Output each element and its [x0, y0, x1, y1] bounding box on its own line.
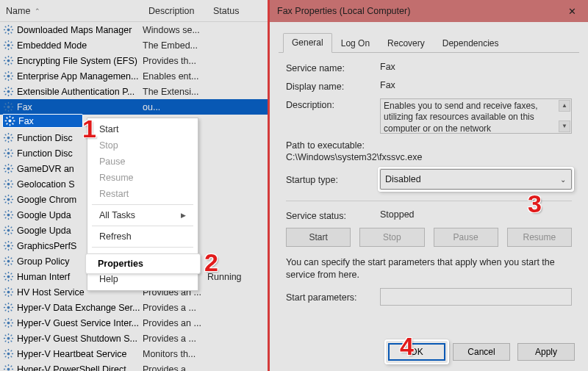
startup-type-value: Disabled [385, 174, 421, 184]
svg-line-160 [11, 289, 12, 290]
svg-line-52 [11, 104, 12, 105]
column-header-description[interactable]: Description [143, 1, 207, 21]
svg-point-189 [7, 353, 10, 356]
svg-line-215 [7, 123, 8, 125]
service-desc: ou... [143, 102, 207, 112]
svg-line-80 [5, 156, 7, 157]
service-row[interactable]: Downloaded Maps ManagerWindows se... [0, 22, 268, 37]
svg-line-185 [5, 335, 7, 336]
ctx-start[interactable]: Start [87, 121, 198, 137]
gear-icon [3, 55, 14, 66]
gear-icon [3, 287, 14, 298]
service-name: Encrypting File System (EFS) [17, 56, 137, 66]
selected-service-highlight[interactable]: Fax [2, 114, 83, 128]
svg-line-41 [5, 88, 7, 90]
svg-line-176 [5, 320, 7, 321]
service-desc: The Embed... [143, 40, 207, 51]
svg-point-81 [7, 168, 10, 170]
svg-line-106 [11, 196, 12, 198]
tab-dependencies[interactable]: Dependencies [434, 34, 508, 53]
service-name: GraphicsPerfS [17, 241, 76, 251]
svg-line-78 [11, 156, 12, 157]
tab-logon[interactable]: Log On [332, 34, 379, 53]
gear-icon [3, 209, 14, 220]
value-service-status: Stopped [380, 209, 572, 220]
close-button[interactable]: ✕ [556, 0, 588, 22]
service-name: Hyper-V PowerShell Direct ... [17, 364, 137, 372]
chevron-down-icon: ⌄ [560, 176, 566, 184]
svg-line-179 [5, 325, 7, 327]
svg-line-97 [11, 181, 12, 182]
gear-icon [3, 101, 14, 112]
scroll-down-icon[interactable]: ▼ [559, 120, 570, 132]
svg-line-17 [5, 48, 7, 49]
service-name: Google Chrom [17, 195, 76, 205]
gear-icon [3, 302, 14, 313]
ctx-resume: Resume [87, 170, 198, 186]
start-parameters-input[interactable] [380, 288, 572, 306]
svg-line-44 [5, 94, 7, 96]
specify-text: You can specify the start parameters tha… [286, 256, 572, 281]
svg-line-125 [5, 233, 7, 234]
service-row[interactable]: Hyper-V PowerShell Direct ...Provides a … [0, 361, 268, 371]
service-row[interactable]: Hyper-V Guest Shutdown S...Provides a ..… [0, 331, 268, 346]
service-row[interactable]: Encrypting File System (EFS)Provides th.… [0, 53, 268, 68]
service-row[interactable]: Enterprise App Managemen...Enables ent..… [0, 68, 268, 84]
svg-line-35 [5, 79, 7, 80]
label-description: Description: [286, 98, 373, 110]
svg-line-159 [11, 295, 12, 296]
ctx-restart: Restart [87, 186, 198, 202]
service-name: Embedded Mode [17, 40, 87, 51]
svg-line-213 [12, 123, 14, 125]
svg-line-77 [5, 150, 7, 151]
service-name: Google Upda [17, 226, 71, 236]
gear-icon [3, 317, 14, 328]
ctx-refresh[interactable]: Refresh [87, 228, 198, 245]
tab-recovery[interactable]: Recovery [379, 34, 434, 53]
annotation-step-2: 2 [204, 248, 218, 277]
service-desc: The Extensi... [143, 87, 207, 97]
cancel-button[interactable]: Cancel [453, 343, 510, 361]
service-row[interactable]: Embedded ModeThe Embed... [0, 37, 268, 53]
svg-point-207 [9, 120, 12, 123]
svg-line-86 [5, 165, 7, 167]
svg-point-117 [7, 229, 10, 232]
pause-button: Pause [434, 228, 498, 247]
gear-icon [3, 225, 14, 236]
dialog-titlebar[interactable]: Fax Properties (Local Computer) ✕ [270, 0, 588, 22]
column-header-status[interactable]: Status [207, 1, 251, 21]
svg-line-149 [5, 273, 7, 275]
service-desc: Provides a ... [143, 334, 207, 344]
service-row[interactable]: Hyper-V Data Exchange Ser...Provides a .… [0, 300, 268, 315]
list-header[interactable]: Name⌃ Description Status [0, 0, 268, 22]
service-row[interactable]: Hyper-V Heartbeat ServiceMonitors th... [0, 346, 268, 361]
service-desc: Provides a ... [143, 303, 207, 313]
gear-icon [3, 348, 14, 359]
service-desc: Provides an ... [143, 318, 207, 328]
startup-type-dropdown[interactable]: Disabled ⌄ [380, 169, 572, 190]
svg-line-113 [5, 212, 7, 213]
svg-point-171 [7, 322, 10, 325]
svg-line-142 [11, 258, 12, 259]
svg-line-87 [11, 171, 12, 173]
svg-line-205 [11, 366, 12, 367]
svg-line-70 [11, 134, 12, 136]
start-button[interactable]: Start [286, 228, 351, 247]
description-textbox[interactable]: Enables you to send and receive faxes, u… [380, 98, 572, 134]
column-header-name[interactable]: Name⌃ [0, 1, 143, 21]
service-row[interactable]: Hyper-V Guest Service Inter...Provides a… [0, 315, 268, 331]
ok-button[interactable]: OK [388, 343, 445, 361]
tab-general[interactable]: General [283, 33, 332, 53]
service-row[interactable]: Extensible Authentication P...The Extens… [0, 84, 268, 99]
svg-line-161 [5, 295, 7, 296]
label-path-exec: Path to executable: [286, 140, 572, 151]
ctx-properties[interactable]: Properties [85, 253, 201, 274]
apply-button[interactable]: Apply [517, 343, 575, 361]
scroll-up-icon[interactable]: ▲ [559, 100, 570, 112]
gear-icon [3, 271, 14, 282]
scrollbar[interactable]: ▲ ▼ [559, 100, 570, 132]
ctx-all-tasks[interactable]: All Tasks▶ [87, 207, 198, 223]
service-row[interactable]: Faxou... [0, 99, 268, 115]
svg-point-36 [7, 90, 10, 93]
value-service-name: Fax [380, 62, 572, 72]
